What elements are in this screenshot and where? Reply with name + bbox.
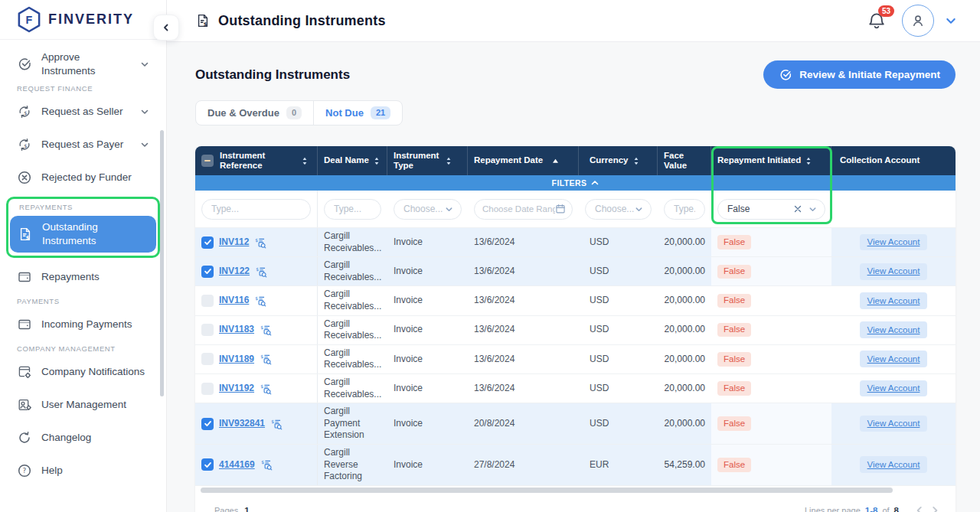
instrument-details-icon[interactable]: $ [260,383,272,395]
instrument-details-icon[interactable]: $ [254,295,266,307]
sort-ascending-icon[interactable] [552,158,559,164]
review-initiate-repayment-button[interactable]: Review & Initiate Repayment [763,60,956,89]
instrument-details-icon[interactable]: $ [260,353,272,365]
instrument-details-icon[interactable]: $ [255,266,267,278]
column-header-reference[interactable]: Instrument Reference [195,146,318,175]
instrument-reference-link[interactable]: INV1189 [219,354,254,366]
cell-repayment-date: 13/6/2024 [468,257,579,285]
instrument-reference-link[interactable]: 4144169 [219,459,255,471]
filter-cell-repayment-initiated: False [711,191,831,227]
app-root: F FINVERITY Approve InstrumentsREQUEST F… [0,0,980,512]
sort-icon[interactable] [805,156,812,166]
instrument-reference-link[interactable]: INV932841 [219,418,265,430]
cell-deal-name: Cargill Reverse Factoring [318,445,387,485]
sidebar-item-repayments[interactable]: Repayments [9,263,157,291]
svg-text:$: $ [271,418,274,423]
view-account-link[interactable]: View Account [860,292,928,309]
horizontal-scrollbar-thumb[interactable] [201,488,893,493]
select-all-checkbox[interactable] [201,155,214,167]
instrument-reference-link[interactable]: INV122 [219,266,250,278]
filter-input-reference[interactable] [201,199,311,220]
sidebar-item-label: Help [41,464,63,478]
column-header-currency[interactable]: Currency [579,146,658,175]
column-header-instrument-type[interactable]: Instrument Type [387,146,468,175]
view-account-link[interactable]: View Account [860,456,928,473]
sidebar-item-user-management[interactable]: User Management [9,391,157,419]
chevron-up-icon [591,180,599,186]
sidebar-item-approve-instruments[interactable]: Approve Instruments [9,51,157,78]
filter-select-currency[interactable]: Choose... [585,199,652,220]
instrument-reference-link[interactable]: INV1192 [219,383,254,395]
svg-text:F: F [26,14,33,26]
sidebar-item-request-as-seller[interactable]: $Request as Seller [9,98,157,126]
row-checkbox[interactable] [201,266,214,278]
clear-filter-icon[interactable] [794,205,802,213]
instrument-reference-link[interactable]: INV1183 [219,324,254,336]
user-menu-chevron-icon[interactable] [945,15,957,27]
sidebar-item-changelog[interactable]: Changelog [9,424,157,452]
previous-page-button[interactable] [914,505,925,512]
sidebar-scrollbar[interactable] [160,130,164,396]
filters-toggle[interactable]: FILTERS [195,175,956,191]
column-header-face-value: Face Value [658,146,711,175]
cell-collection-account: View Account [831,316,956,344]
sort-icon[interactable] [633,156,639,166]
filter-input-face-value[interactable] [664,199,705,220]
filter-input-deal-name[interactable] [324,199,381,220]
repayment-initiated-badge: False [717,235,751,249]
instrument-details-icon[interactable]: $ [270,418,283,430]
column-label: Face Value [664,151,704,171]
sort-icon[interactable] [302,156,308,166]
column-header-deal-name[interactable]: Deal Name [318,146,387,175]
svg-text:$: $ [24,110,27,116]
notifications-button[interactable]: 53 [867,11,887,31]
sidebar-item-rejected-by-funder[interactable]: Rejected by Funder [9,164,157,191]
filter-select-instrument-type[interactable]: Choose... [394,199,462,220]
row-checkbox[interactable] [201,383,214,395]
finverity-logo[interactable]: F FINVERITY [0,0,166,40]
page-title-icon: $ [195,13,211,28]
face-value-text: 20,000.00 [665,236,705,249]
instrument-reference-link[interactable]: INV112 [219,236,249,249]
sort-icon[interactable] [446,156,452,166]
row-checkbox[interactable] [201,418,214,430]
instrument-type-text: Invoice [394,266,423,278]
sidebar-item-outstanding-instruments[interactable]: $Outstanding Instruments [10,216,156,253]
sidebar-item-incoming-payments[interactable]: Incoming Payments [9,311,157,338]
filter-select-repayment-initiated[interactable]: False [717,199,825,220]
deal-name-text: Cargill Receivables... [324,259,381,283]
sidebar-item-help[interactable]: ?Help [9,457,157,484]
horizontal-scrollbar[interactable] [195,488,956,494]
row-checkbox[interactable] [201,353,214,365]
instrument-details-icon[interactable]: $ [260,324,272,336]
filter-daterange-repayment-date[interactable]: Choose Date Range [474,199,573,220]
check-circle-icon [779,68,792,82]
user-avatar[interactable] [902,5,934,37]
view-account-link[interactable]: View Account [860,234,928,251]
view-account-link[interactable]: View Account [860,416,928,432]
tab-due-overdue[interactable]: Due & Overdue0 [196,101,314,125]
tab-not-due[interactable]: Not Due21 [314,101,402,125]
row-checkbox[interactable] [201,324,214,336]
view-account-link[interactable]: View Account [860,380,928,397]
instrument-details-icon[interactable]: $ [254,236,266,249]
sidebar-item-request-as-payer[interactable]: $Request as Payer [9,131,157,158]
view-account-link[interactable]: View Account [860,351,928,367]
instrument-reference-link[interactable]: INV116 [219,295,249,307]
sidebar-item-company-notifications[interactable]: Company Notifications [9,358,157,386]
next-page-button[interactable] [929,505,940,512]
view-account-link[interactable]: View Account [860,321,928,338]
row-checkbox[interactable] [201,236,214,249]
face-value-text: 54,259.00 [665,459,705,471]
sidebar-collapse-button[interactable] [153,15,179,41]
column-header-repayment-initiated[interactable]: Repayment Initiated [711,146,831,175]
instrument-type-text: Invoice [394,383,423,395]
view-account-link[interactable]: View Account [860,263,928,280]
row-checkbox[interactable] [201,458,214,471]
sort-icon[interactable] [374,156,380,166]
of-label: of [882,506,889,512]
row-checkbox[interactable] [201,295,214,307]
sidebar-item-label: Company Notifications [41,365,145,379]
instrument-details-icon[interactable]: $ [260,458,273,471]
column-header-repayment-date[interactable]: Repayment Date [468,146,579,175]
